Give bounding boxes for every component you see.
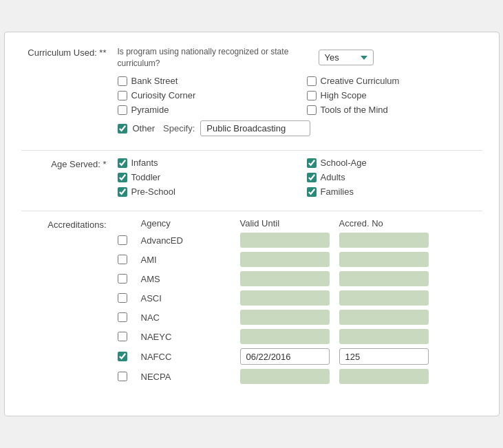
ami-valid-input[interactable]: [240, 252, 330, 267]
asci-name: ASCI: [141, 293, 237, 303]
curriculum-curiosity: Curiosity Corner: [118, 90, 293, 100]
yes-dropdown[interactable]: Yes: [319, 50, 374, 65]
ams-accred-input[interactable]: [339, 271, 429, 286]
age-checkboxes: Infants School-Age Toddler Adults Pre-Sc…: [118, 158, 482, 197]
asci-checkbox[interactable]: [118, 293, 127, 303]
ams-checkbox[interactable]: [118, 274, 127, 284]
other-row: Other Specify:: [118, 120, 482, 136]
main-card: Curriculum Used: ** Is program using nat…: [4, 32, 500, 417]
age-families: Families: [307, 186, 482, 197]
preschool-label[interactable]: Pre-School: [131, 186, 175, 197]
school-age-checkbox[interactable]: [307, 158, 317, 168]
nac-accred-input[interactable]: [339, 310, 429, 325]
table-row: AdvancED: [118, 233, 482, 248]
table-row: AMS: [118, 271, 482, 286]
asci-accred-input[interactable]: [339, 290, 429, 306]
curriculum-tools: Tools of the Mind: [307, 105, 482, 115]
necpa-checkbox[interactable]: [118, 372, 127, 381]
specify-label: Specify:: [163, 123, 195, 134]
naeyc-accred-input[interactable]: [339, 329, 429, 344]
advancED-checkbox[interactable]: [118, 235, 127, 245]
age-toddler: Toddler: [118, 172, 293, 182]
other-label[interactable]: Other: [133, 123, 156, 134]
toddler-checkbox[interactable]: [118, 173, 127, 182]
table-row: AMI: [118, 252, 482, 267]
divider-2: [21, 211, 482, 211]
accreditations-content: Agency Valid Until Accred. No AdvancED A…: [118, 218, 482, 388]
ams-valid-input[interactable]: [240, 271, 330, 286]
necpa-name: NECPA: [141, 372, 237, 382]
families-label[interactable]: Families: [321, 186, 354, 197]
curriculum-question: Is program using nationally recognized o…: [118, 46, 310, 70]
ami-name: AMI: [141, 255, 237, 265]
other-checkbox[interactable]: [118, 124, 127, 134]
curriculum-pyramide: Pyramide: [118, 105, 293, 115]
tools-mind-checkbox[interactable]: [307, 105, 317, 115]
table-row: NECPA: [118, 369, 482, 384]
naeyc-checkbox[interactable]: [118, 332, 127, 341]
accreditations-section: Accreditations: Agency Valid Until Accre…: [21, 218, 482, 388]
bank-street-checkbox[interactable]: [118, 76, 127, 86]
pyramide-checkbox[interactable]: [118, 105, 127, 115]
ami-checkbox[interactable]: [118, 255, 127, 264]
adults-checkbox[interactable]: [307, 173, 317, 182]
curriculum-section: Curriculum Used: ** Is program using nat…: [21, 46, 482, 137]
necpa-valid-input[interactable]: [240, 369, 330, 384]
preschool-checkbox[interactable]: [118, 187, 127, 197]
infants-checkbox[interactable]: [118, 158, 127, 168]
adults-label[interactable]: Adults: [321, 172, 345, 182]
asci-valid-input[interactable]: [240, 290, 330, 306]
curiosity-corner-checkbox[interactable]: [118, 91, 127, 100]
divider-1: [21, 150, 482, 151]
pyramide-label[interactable]: Pyramide: [131, 105, 169, 115]
nac-checkbox[interactable]: [118, 312, 127, 322]
nac-valid-input[interactable]: [240, 310, 330, 325]
school-age-label[interactable]: School-Age: [321, 158, 367, 168]
advancED-accred-input[interactable]: [339, 233, 429, 248]
accreditations-header: Agency Valid Until Accred. No: [118, 218, 482, 228]
col-agency: Agency: [141, 218, 237, 228]
ams-name: AMS: [141, 274, 237, 284]
ami-accred-input[interactable]: [339, 252, 429, 267]
curriculum-highscope: High Scope: [307, 90, 482, 100]
high-scope-checkbox[interactable]: [307, 91, 317, 100]
nac-name: NAC: [141, 312, 237, 323]
advancED-valid-input[interactable]: [240, 233, 330, 248]
nafcc-checkbox[interactable]: [118, 352, 127, 361]
curriculum-top: Is program using nationally recognized o…: [118, 46, 482, 70]
col-valid: Valid Until: [240, 218, 336, 228]
high-scope-label[interactable]: High Scope: [321, 90, 367, 100]
families-checkbox[interactable]: [307, 187, 317, 197]
accreditations-label: Accreditations:: [21, 218, 118, 230]
curriculum-creative: Creative Curriculum: [307, 76, 482, 86]
age-content: Infants School-Age Toddler Adults Pre-Sc…: [118, 158, 482, 197]
table-row: NAFCC: [118, 348, 482, 365]
advancED-name: AdvancED: [141, 235, 237, 246]
dropdown-arrow-icon: [361, 56, 367, 60]
nafcc-valid-input[interactable]: [240, 348, 330, 365]
age-school-age: School-Age: [307, 158, 482, 168]
naeyc-valid-input[interactable]: [240, 329, 330, 344]
age-adults: Adults: [307, 172, 482, 182]
age-infants: Infants: [118, 158, 293, 168]
yes-label: Yes: [325, 52, 339, 63]
curriculum-bank-street: Bank Street: [118, 76, 293, 86]
naeyc-name: NAEYC: [141, 332, 237, 342]
curriculum-label: Curriculum Used: **: [21, 46, 118, 58]
specify-input[interactable]: [200, 120, 310, 136]
col-accred: Accred. No: [339, 218, 436, 228]
infants-label[interactable]: Infants: [131, 158, 158, 168]
table-row: ASCI: [118, 290, 482, 306]
table-row: NAC: [118, 310, 482, 325]
tools-mind-label[interactable]: Tools of the Mind: [321, 105, 388, 115]
nafcc-accred-input[interactable]: [339, 348, 429, 365]
bank-street-label[interactable]: Bank Street: [131, 76, 178, 86]
creative-curriculum-label[interactable]: Creative Curriculum: [321, 76, 400, 86]
curriculum-checkboxes: Bank Street Creative Curriculum Curiosit…: [118, 76, 482, 115]
nafcc-name: NAFCC: [141, 352, 237, 362]
necpa-accred-input[interactable]: [339, 369, 429, 384]
toddler-label[interactable]: Toddler: [131, 172, 161, 182]
curiosity-corner-label[interactable]: Curiosity Corner: [131, 90, 196, 100]
creative-curriculum-checkbox[interactable]: [307, 76, 317, 86]
curriculum-content: Is program using nationally recognized o…: [118, 46, 482, 137]
